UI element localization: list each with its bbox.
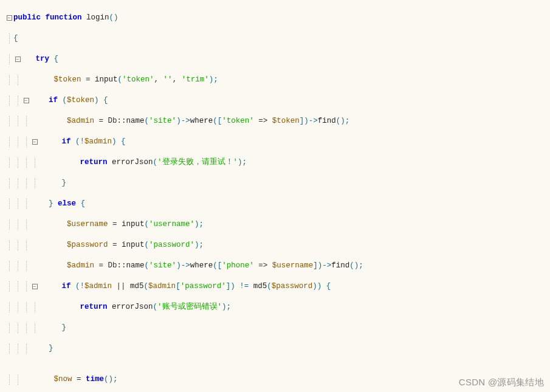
fold-icon[interactable]: −	[22, 95, 30, 106]
fold-icon[interactable]: −	[5, 13, 13, 23]
watermark: CSDN @源码集结地	[459, 377, 544, 387]
code-block: −public function login() { − try { $toke…	[0, 0, 550, 392]
fold-icon[interactable]: −	[30, 281, 39, 292]
code-line: public function login()	[13, 13, 550, 23]
fold-icon[interactable]: −	[30, 137, 39, 147]
fold-icon[interactable]: −	[13, 54, 22, 64]
